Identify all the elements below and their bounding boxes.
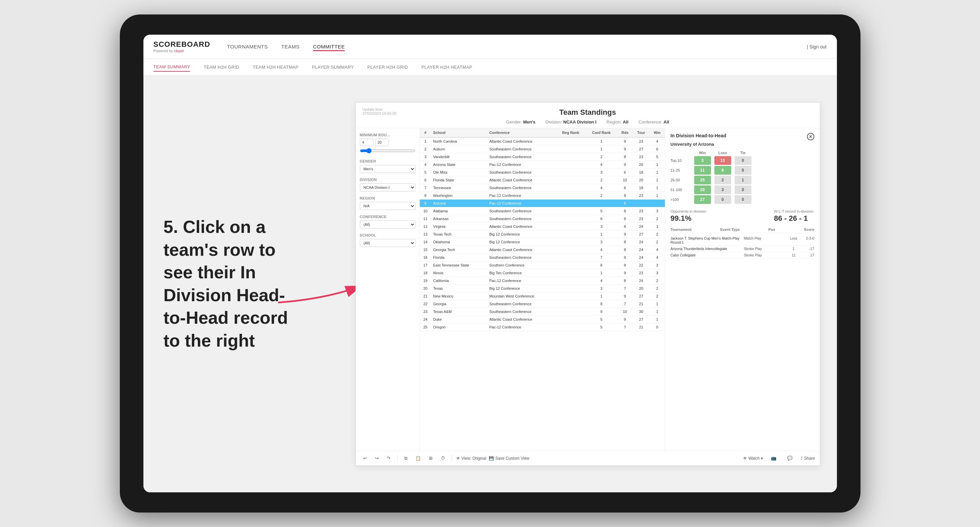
table-row[interactable]: 25OregonPac-12 Conference57210: [420, 324, 665, 331]
subnav-player-h2h-heatmap[interactable]: PLAYER H2H HEATMAP: [422, 63, 473, 71]
table-row[interactable]: 3VanderbiltSoutheastern Conference28235: [420, 153, 665, 161]
tournament-row[interactable]: Arizona Thunderbirds Intercollegiate Str…: [671, 246, 815, 252]
nav-committee[interactable]: COMMITTEE: [313, 42, 345, 51]
tournament-row[interactable]: Cabo Collegiate Stroke Play 11 17: [671, 252, 815, 259]
conference-select[interactable]: (All): [360, 221, 415, 229]
subnav-player-summary[interactable]: PLAYER SUMMARY: [312, 63, 354, 71]
filter-conference-label: Conference: All: [639, 119, 669, 124]
toolbar-undo[interactable]: ↩: [361, 454, 370, 462]
h2h-team-name: University of Arizona: [671, 142, 815, 147]
table-row[interactable]: 21New MexicoMountain West Conference1927…: [420, 292, 665, 300]
table-row[interactable]: 14OklahomaBig 12 Conference38242: [420, 238, 665, 246]
min-rounds-input2[interactable]: [375, 139, 389, 146]
table-row[interactable]: 20TexasBig 12 Conference37202: [420, 285, 665, 292]
table-row-selected[interactable]: 9ArizonaPac-12 Conference9: [420, 200, 665, 207]
school-select[interactable]: (All): [360, 239, 415, 247]
min-rounds-slider[interactable]: [360, 148, 415, 154]
h2h-2650-loss: 2: [714, 176, 731, 184]
watch-label[interactable]: 👁 Watch ▾: [743, 456, 763, 461]
filter-gender-group: Gender Men's Women's: [360, 159, 415, 173]
h2h-win-header: Win: [694, 151, 711, 155]
table-row[interactable]: 5Ole MissSoutheastern Conference36181: [420, 168, 665, 176]
toolbar-right: 👁 Watch ▾ 📺 💬 ⤴ Share: [743, 454, 815, 462]
logo-title: SCOREBOARD: [154, 40, 210, 48]
h2h-51100-win: 20: [694, 186, 711, 194]
filter-division-label: Division: NCAA Division I: [546, 119, 596, 124]
subnav-team-h2h-heatmap[interactable]: TEAM H2H HEATMAP: [253, 63, 299, 71]
tournament-header: Tournament Event Type Pos Score: [671, 227, 815, 233]
tournament-row[interactable]: Jackson T. Stephens Cup Men's Match-Play…: [671, 235, 815, 246]
gender-select[interactable]: Men's Women's: [360, 165, 415, 173]
toolbar-comment[interactable]: 💬: [784, 454, 795, 462]
share-label[interactable]: ⤴ Share: [800, 456, 815, 461]
toolbar-redo2[interactable]: ↷: [384, 454, 393, 462]
main-content: 5. Click on a team's row to see their In…: [143, 76, 837, 492]
h2h-100plus-loss: 0: [714, 195, 731, 204]
h2h-row-51100: 51-100 20 3 0: [671, 186, 815, 194]
toolbar-tv[interactable]: 📺: [768, 454, 779, 462]
nav-tournaments[interactable]: TOURNAMENTS: [227, 42, 268, 51]
sign-out-link[interactable]: | Sign out: [807, 44, 827, 49]
toolbar-grid[interactable]: ⊞: [426, 454, 435, 462]
division-select[interactable]: NCAA Division I NCAA Division II: [360, 183, 415, 192]
dashboard-body: Minimum Rou... Gender Men's Women: [356, 128, 820, 464]
table-row[interactable]: 6Florida StateAtlantic Coast Conference2…: [420, 176, 665, 184]
tablet-screen: SCOREBOARD Powered by clippd TOURNAMENTS…: [143, 35, 837, 492]
toolbar-redo[interactable]: ↪: [372, 454, 382, 462]
table-row[interactable]: 24DukeAtlantic Coast Conference59271: [420, 316, 665, 324]
tournament-section: Tournament Event Type Pos Score Jackson …: [671, 227, 815, 259]
table-row[interactable]: 8WashingtonPac-12 Conference28231: [420, 192, 665, 200]
min-rounds-input1[interactable]: [360, 139, 373, 146]
table-row[interactable]: 11ArkansasSoutheastern Conference68232: [420, 215, 665, 223]
h2h-wlt-header: Win Loss Tie: [671, 151, 815, 155]
filter-school-group: School (All): [360, 233, 415, 247]
dashboard: Update time: 27/03/2024 16:56:26 Team St…: [355, 102, 820, 466]
table-area: # School Conference Reg Rank Conf Rank R…: [420, 128, 665, 464]
watch-icon: 👁: [743, 456, 747, 461]
dashboard-toolbar: ↩ ↪ ↷ ⧉ 📋 ⊞ ⏱ 👁 View: Original 💾 S: [356, 451, 820, 465]
opponents-val: 99.1%: [671, 214, 707, 223]
h2h-1125-win: 11: [694, 166, 711, 175]
table-row[interactable]: 18IllinoisBig Ten Conference19233: [420, 269, 665, 277]
region-select[interactable]: N/A All: [360, 202, 415, 210]
table-row[interactable]: 16FloridaSoutheastern Conference79244: [420, 254, 665, 262]
toolbar-paste[interactable]: 📋: [413, 454, 423, 462]
standings-table: # School Conference Reg Rank Conf Rank R…: [420, 128, 665, 331]
table-row[interactable]: 13Texas TechBig 12 Conference19272: [420, 230, 665, 238]
h2h-top10-tie: 0: [735, 156, 751, 165]
col-conf-rank: Conf Rank: [585, 128, 617, 137]
table-row[interactable]: 23Texas A&MSoutheastern Conference910301: [420, 308, 665, 316]
share-icon: ⤴: [800, 456, 803, 461]
save-custom-label[interactable]: 💾 Save Custom View: [489, 456, 529, 461]
table-row[interactable]: 4Arizona StatePac-12 Conference49261: [420, 161, 665, 168]
h2h-2650-tie: 1: [735, 176, 751, 184]
subnav-team-summary[interactable]: TEAM SUMMARY: [154, 63, 191, 72]
h2h-51100-tie: 0: [735, 186, 751, 194]
h2h-row-top10: Top 10 3 13 0: [671, 156, 815, 165]
filter-min-rounds: Minimum Rou...: [360, 133, 415, 154]
table-row[interactable]: 10AlabamaSoutheastern Conference58233: [420, 207, 665, 215]
subnav-player-h2h-grid[interactable]: PLAYER H2H GRID: [367, 63, 408, 71]
view-original-label[interactable]: 👁 View: Original: [456, 456, 487, 461]
h2h-top10-win: 3: [694, 156, 711, 165]
nav-teams[interactable]: TEAMS: [281, 42, 299, 51]
table-row[interactable]: 1North CarolinaAtlantic Coast Conference…: [420, 137, 665, 145]
h2h-close-button[interactable]: ✕: [807, 133, 815, 140]
toolbar-copy[interactable]: ⧉: [402, 454, 410, 462]
table-row[interactable]: 7TennesseeSoutheastern Conference46181: [420, 184, 665, 192]
table-row[interactable]: 12VirginiaAtlantic Coast Conference38241: [420, 223, 665, 230]
table-row[interactable]: 2AuburnSoutheastern Conference19276: [420, 145, 665, 153]
toolbar-time[interactable]: ⏱: [438, 454, 448, 462]
table-row[interactable]: 22GeorgiaSoutheastern Conference87211: [420, 300, 665, 308]
table-row[interactable]: 19CaliforniaPac-12 Conference48242: [420, 277, 665, 285]
app-header: SCOREBOARD Powered by clippd TOURNAMENTS…: [143, 35, 837, 59]
subnav-team-h2h-grid[interactable]: TEAM H2H GRID: [204, 63, 239, 71]
h2h-2650-win: 25: [694, 176, 711, 184]
table-body: 1North CarolinaAtlantic Coast Conference…: [420, 137, 665, 331]
sub-nav: TEAM SUMMARY TEAM H2H GRID TEAM H2H HEAT…: [143, 59, 837, 76]
table-row[interactable]: 15Georgia TechAtlantic Coast Conference4…: [420, 246, 665, 254]
h2h-51100-loss: 3: [714, 186, 731, 194]
table-row[interactable]: 17East Tennessee StateSouthern Conferenc…: [420, 262, 665, 269]
filter-conference-group: Conference (All): [360, 215, 415, 229]
h2h-1125-loss: 8: [714, 166, 731, 175]
